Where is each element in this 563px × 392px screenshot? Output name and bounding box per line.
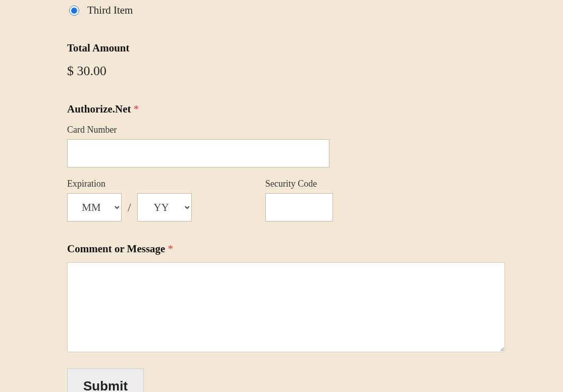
- security-code-label: Security Code: [265, 179, 333, 189]
- payment-heading-text: Authorize.Net: [67, 103, 134, 115]
- comment-heading: Comment or Message *: [67, 243, 563, 255]
- card-number-input[interactable]: [67, 139, 329, 167]
- expiration-separator: /: [128, 201, 131, 214]
- comment-heading-text: Comment or Message: [67, 243, 168, 255]
- payment-heading: Authorize.Net *: [67, 103, 563, 116]
- expiration-group: Expiration MM / YY: [67, 179, 192, 221]
- third-item-radio[interactable]: [69, 6, 79, 16]
- security-code-input[interactable]: [265, 193, 333, 221]
- expiration-year-select[interactable]: YY: [137, 193, 192, 221]
- card-number-label: Card Number: [67, 125, 563, 135]
- security-code-group: Security Code: [265, 179, 333, 221]
- expiration-label: Expiration: [67, 179, 192, 189]
- card-second-row: Expiration MM / YY Security Code: [67, 179, 563, 221]
- radio-option-third-item: Third Item: [67, 4, 563, 17]
- submit-button[interactable]: Submit: [67, 368, 144, 392]
- total-amount-value: $ 30.00: [67, 64, 563, 79]
- expiration-month-select[interactable]: MM: [67, 193, 122, 221]
- card-number-group: Card Number: [67, 125, 563, 167]
- required-marker: *: [168, 243, 174, 255]
- expiration-inputs: MM / YY: [67, 193, 192, 221]
- total-amount-heading: Total Amount: [67, 42, 563, 54]
- comment-textarea[interactable]: [67, 262, 505, 352]
- third-item-label: Third Item: [87, 4, 133, 17]
- required-marker: *: [134, 103, 139, 115]
